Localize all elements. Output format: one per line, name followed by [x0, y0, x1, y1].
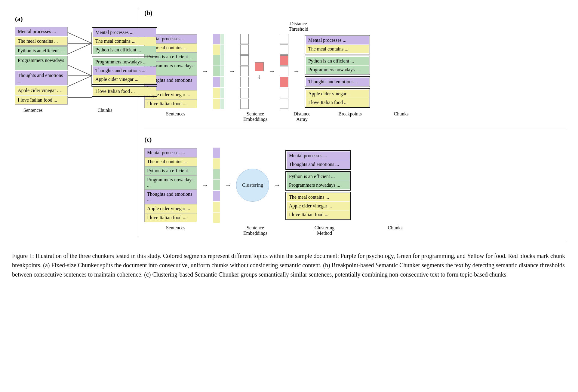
chunk-item: I love Italian food ...: [93, 87, 156, 96]
embed-color-block: [213, 77, 220, 87]
chunk-box: Mental processes ...The meal contains ..…: [92, 27, 157, 55]
sentence-item: Thoughts and emotions ...: [144, 190, 197, 204]
embed-color-block-c: [213, 169, 220, 179]
cluster-circle: Clustering: [236, 169, 269, 202]
dist-cell: [240, 66, 249, 76]
sentence-item: Thoughts and emotions ...: [15, 71, 68, 85]
svg-line-2: [68, 43, 92, 54]
threshold-box: [255, 62, 264, 71]
embed-color-block-c: [213, 158, 220, 169]
dist-cell: [240, 99, 249, 109]
panel-a: (a) Mental processes ...The meal contain…: [12, 9, 138, 236]
embed-item: [213, 44, 224, 55]
embed-item-c: [213, 148, 220, 158]
embed-item-c: [213, 158, 220, 169]
panel-c: (c) Mental processes ...The meal contain…: [144, 131, 566, 236]
chunk-box: Mental processes ...The meal contains ..…: [305, 35, 370, 54]
embed-extra-block: [220, 44, 224, 55]
distance-threshold-label: DistanceThreshold: [289, 21, 308, 32]
embed-item-c: [213, 180, 220, 190]
embed-color-block-c: [213, 213, 220, 223]
sentence-item: Programmers nowadays ...: [144, 175, 197, 190]
sentence-item: I love Italian food ...: [15, 96, 68, 105]
chunk-item: Mental processes ...: [306, 36, 369, 44]
sentence-item: Programmers nowadays ...: [15, 56, 68, 70]
embed-color-block-c: [213, 191, 220, 201]
panel-bc: (b) DistanceThreshold Mental processes .…: [138, 9, 566, 236]
col-labels-b: Sentences SentenceEmbeddings DistanceArr…: [144, 111, 566, 122]
embed-extra-block: [220, 88, 224, 98]
chunk-item: Mental processes ...: [93, 28, 156, 37]
embed-item: [213, 34, 224, 44]
svg-line-0: [68, 32, 92, 43]
sentences-label-c: Sentences: [146, 225, 206, 231]
embed-item: [213, 55, 224, 66]
chunks-list-a: Mental processes ...The meal contains ..…: [92, 27, 157, 97]
arrow-c-1: →: [202, 181, 208, 189]
chunk-item: Programmers nowadays ...: [306, 66, 369, 74]
embed-item: [213, 77, 224, 87]
svg-line-5: [68, 76, 92, 87]
embed-extra-block: [220, 34, 224, 44]
chunk-item: I love Italian food ...: [287, 210, 350, 219]
chunk-item: Python is an efficient ...: [93, 46, 156, 54]
sentences-label-a: Sentences: [15, 108, 51, 113]
sentence-embeddings-label-c: SentenceEmbeddings: [236, 225, 275, 236]
arrow-c-2: →: [225, 181, 231, 189]
arrow-b-1: →: [202, 67, 208, 75]
embed-list-b: [213, 34, 224, 109]
chunk-item: The meal contains ...: [93, 37, 156, 45]
chunk-item: Programmers nowadays ...: [287, 181, 350, 189]
dist-cell: [240, 44, 249, 55]
threshold-area: ↓: [255, 62, 264, 80]
chunk-box: Thoughts and emotions ...: [305, 76, 370, 87]
diagram-area: (a) Mental processes ...The meal contain…: [12, 9, 566, 242]
figure-caption: Figure 1: Illustration of the three chun…: [12, 248, 565, 279]
breakpoint-cell: [280, 88, 288, 98]
embed-color-block-c: [213, 180, 220, 190]
embed-extra-block: [220, 66, 224, 76]
main-container: (a) Mental processes ...The meal contain…: [12, 9, 566, 279]
svg-line-3: [68, 65, 92, 76]
chunk-item: Python is an efficient ...: [306, 57, 369, 65]
embed-item-c: [213, 169, 220, 179]
embed-color-block: [213, 55, 220, 66]
sentences-list-a: Mental processes ...The meal contains ..…: [15, 27, 68, 105]
embed-item: [213, 99, 224, 109]
diagram-b-row: Mental processes ...The meal contains ..…: [144, 34, 566, 109]
dist-cell: [240, 77, 249, 87]
chunk-item: Thoughts and emotions ...: [306, 78, 369, 86]
arrow-b-2: →: [229, 67, 235, 75]
embed-item-c: [213, 202, 220, 212]
chunk-box: The meal contains ...Apple cider vinegar…: [285, 192, 351, 220]
chunk-box: Programmers nowadays ...Thoughts and emo…: [92, 57, 157, 85]
chunk-box: I love Italian food ...: [92, 86, 157, 97]
sentence-item: Apple cider vinegar ...: [15, 86, 68, 95]
chunk-item: Python is an efficient ...: [287, 172, 350, 181]
sentences-label-b: Sentences: [146, 111, 206, 117]
chunks-label-a: Chunks: [75, 108, 135, 113]
chunk-box: Python is an efficient ...Programmers no…: [285, 171, 351, 191]
distance-array-label-b: DistanceArray: [290, 111, 314, 122]
chunks-label-c: Chunks: [368, 225, 422, 231]
breakpoint-cell: [280, 44, 288, 55]
diagram-c-row: Mental processes ...The meal contains ..…: [144, 148, 566, 223]
chunk-item: Thoughts and emotions ...: [287, 160, 350, 169]
breakpoint-cell: [280, 66, 288, 76]
threshold-arrow-down: ↓: [258, 72, 261, 80]
embed-item-c: [213, 213, 220, 223]
embed-item: [213, 88, 224, 98]
embed-color-block: [213, 88, 220, 98]
chunk-item: The meal contains ...: [287, 193, 350, 201]
dist-cell: [240, 34, 249, 44]
panel-b: (b) DistanceThreshold Mental processes .…: [144, 9, 566, 128]
arrow-b-3: →: [269, 67, 275, 75]
connector-svg-a: [68, 27, 92, 103]
sentence-embeddings-label-b: SentenceEmbeddings: [236, 111, 275, 122]
panel-a-label: (a): [15, 15, 135, 23]
clustering-method-label-c: ClusteringMethod: [305, 225, 344, 236]
chunk-item: I love Italian food ...: [306, 98, 369, 107]
chunk-item: The meal contains ...: [306, 45, 369, 53]
sentence-item: Apple cider vinegar ...: [144, 204, 197, 213]
arrow-c-3: →: [274, 181, 281, 189]
